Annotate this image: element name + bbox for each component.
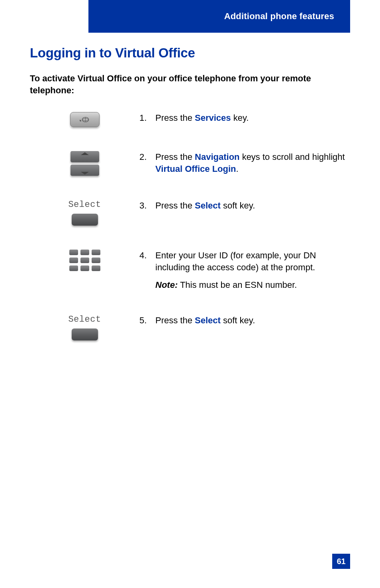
select-softkey-label: Select [68,200,101,210]
header-bar: Additional phone features [88,0,350,33]
select-softkey-label-2: Select [68,315,101,324]
nav-up-icon [71,151,99,162]
step-3-number: 3. [139,200,155,212]
section-title: Additional phone features [224,11,334,22]
note-label: Note: [155,280,178,290]
intro-text: To activate Virtual Office on your offic… [30,73,350,96]
dialpad-icon [69,250,100,271]
step-5: Select 5. Press the Select soft key. [30,315,350,340]
step-3-image: Select [30,200,139,226]
step-4-text: Enter your User ID (for example, your DN… [155,250,350,291]
step-5-image: Select [30,315,139,340]
soft-key-icon [72,214,98,226]
step-2: 2. Press the Navigation keys to scroll a… [30,151,350,176]
page-number: 61 [332,554,350,569]
soft-key-icon-2 [72,328,98,340]
keyword-select-2: Select [195,315,221,325]
step-1: 1. Press the Services key. [30,112,350,127]
nav-down-icon [71,165,99,176]
keyword-navigation: Navigation [195,152,239,162]
step-2-number: 2. [139,151,155,175]
step-4: 4. Enter your User ID (for example, your… [30,250,350,291]
step-4-number: 4. [139,250,155,291]
step-5-number: 5. [139,315,155,326]
step-1-image [30,112,139,127]
page-title: Logging in to Virtual Office [30,45,350,61]
step-3-text: Press the Select soft key. [155,200,350,212]
step-5-text: Press the Select soft key. [155,315,350,326]
step-4-note: Note: This must be an ESN number. [155,279,350,291]
step-1-number: 1. [139,112,155,124]
globe-arrow-icon [79,115,91,124]
step-3: Select 3. Press the Select soft key. [30,200,350,226]
step-1-text: Press the Services key. [155,112,350,124]
keyword-vologin: Virtual Office Login [155,164,236,174]
step-2-text: Press the Navigation keys to scroll and … [155,151,350,175]
keyword-services: Services [195,113,231,123]
keyword-select: Select [195,201,221,210]
services-key-icon [70,112,100,127]
page-content: Logging in to Virtual Office To activate… [30,40,350,364]
step-2-image [30,151,139,176]
step-4-image [30,250,139,271]
navigation-keys-icon [71,151,99,176]
step-list: 1. Press the Services key. 2. Press the … [30,112,350,364]
